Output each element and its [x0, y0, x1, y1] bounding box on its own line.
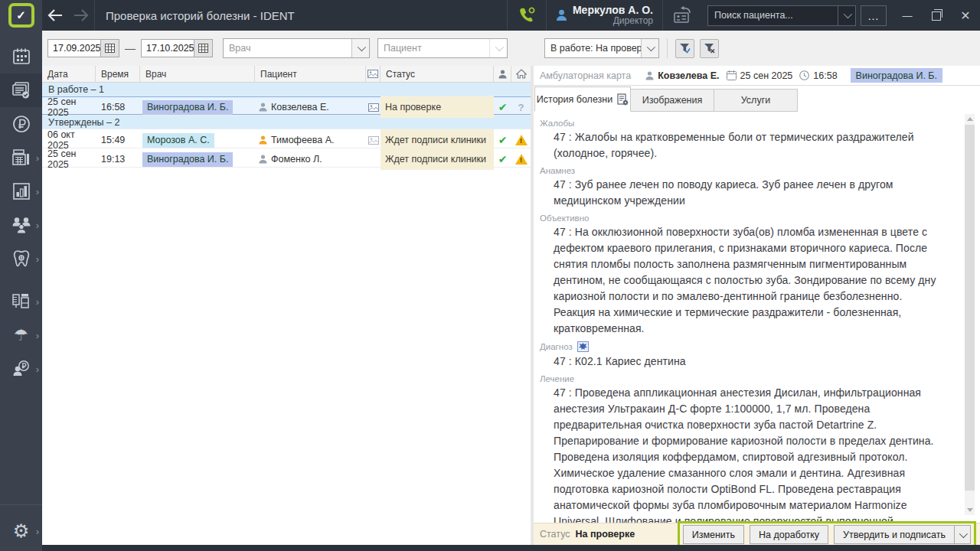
date-from-value[interactable]: 17.09.2025: [47, 39, 100, 57]
scroll-down-button[interactable]: [965, 505, 975, 515]
section-label: Объективно: [540, 214, 962, 223]
action-buttons-highlight: Изменить На доработку Утвердить и подпис…: [678, 521, 976, 548]
section-text: 47 : Проведена аппликационная анестезия …: [554, 385, 946, 523]
minimize-button[interactable]: —: [893, 0, 922, 31]
cell-status: Ждет подписи клиники: [381, 129, 494, 151]
close-button[interactable]: ✕: [951, 0, 980, 31]
scroll-up-button[interactable]: [965, 114, 975, 124]
back-button[interactable]: [42, 0, 68, 31]
phone-icon: [517, 5, 537, 25]
sidebar-item-schedule[interactable]: [0, 40, 42, 73]
tab-images[interactable]: Изображения: [630, 89, 714, 112]
detail-tabs: История болезни Изображения Услуги: [534, 86, 980, 112]
filter-clear-button[interactable]: [700, 39, 719, 58]
column-header-date[interactable]: Дата: [42, 66, 96, 82]
date-to-field[interactable]: 17.10.2025: [141, 39, 213, 57]
date-from-field[interactable]: 17.09.2025: [47, 39, 119, 57]
cell-date: 25 сен 2025: [42, 96, 96, 118]
cell-patient: Ковзелева Е.: [271, 102, 329, 112]
chevron-right-icon: ›: [36, 186, 39, 197]
filter-apply-button[interactable]: [675, 39, 694, 58]
column-header-time[interactable]: Время: [96, 66, 140, 82]
sidebar-item-salary[interactable]: ›: [0, 352, 42, 386]
warning-icon: !: [515, 154, 528, 165]
open-patient-card-button[interactable]: [663, 0, 703, 31]
section-text: 47 : Зуб ранее лечен по поводу кариеса. …: [554, 177, 946, 209]
tab-medical-history[interactable]: История болезни: [534, 86, 631, 112]
search-dropdown-button[interactable]: [838, 6, 855, 25]
user-icon: [556, 9, 567, 21]
table-row[interactable]: 06 окт 2025 15:49 Морозов А. С. Тимофеев…: [42, 129, 531, 148]
status-filter-combo[interactable]: В работе: На проверке,...: [544, 38, 659, 58]
column-header-patient[interactable]: Пациент: [255, 66, 366, 82]
cash-register-icon: [11, 148, 31, 168]
chevron-down-icon: [844, 10, 852, 18]
home-icon: [516, 69, 527, 79]
column-header-status[interactable]: Статус: [381, 66, 494, 82]
person-icon: [498, 70, 507, 79]
doctor-chip: Морозов А. С.: [142, 133, 214, 148]
sidebar-item-patients[interactable]: ›: [0, 208, 42, 242]
sidebar-item-materials[interactable]: ›: [0, 285, 42, 318]
restore-button[interactable]: [922, 0, 951, 31]
section-label: Диагноз: [540, 341, 962, 352]
divider: [667, 38, 668, 58]
chevron-down-icon: [647, 43, 655, 51]
column-header-doctor[interactable]: Врач: [140, 66, 255, 82]
sidebar-item-insurance[interactable]: ☂ ›: [0, 318, 42, 352]
person-icon: [259, 135, 267, 145]
patient-combo-dropdown-button[interactable]: [489, 39, 507, 57]
vertical-scrollbar[interactable]: [965, 114, 975, 551]
tab-services[interactable]: Услуги: [714, 89, 798, 112]
sidebar-item-payments[interactable]: [0, 107, 42, 141]
table-row[interactable]: 25 сен 2025 16:58 Виноградова И. Б. Ковз…: [42, 96, 531, 116]
date-to-calendar-button[interactable]: [194, 39, 213, 57]
sidebar-item-dental[interactable]: ›: [0, 242, 42, 276]
patient-search-input[interactable]: Поиск пациента...: [707, 5, 856, 26]
approve-sign-button[interactable]: Утвердить и подписать: [834, 525, 954, 544]
status-combo-dropdown-button[interactable]: [641, 39, 658, 57]
patient-filter-combo[interactable]: Пациент: [377, 38, 508, 58]
medical-history-content: Жалобы 47 : Жалобы на кратковременные бо…: [534, 112, 962, 523]
clock-icon: [799, 70, 809, 80]
divider: [94, 0, 95, 31]
more-options-button[interactable]: …: [861, 5, 887, 26]
column-header-images[interactable]: [366, 66, 381, 82]
doctor-filter-combo[interactable]: Врач: [223, 38, 370, 58]
forward-button[interactable]: [68, 0, 94, 31]
table-header: Дата Время Врач Пациент Статус: [42, 66, 531, 83]
calendar-grid-icon: [198, 44, 208, 53]
phone-calls-button[interactable]: [508, 0, 546, 31]
sidebar-item-settings[interactable]: ⚙ ›: [0, 511, 42, 551]
date-to-value[interactable]: 17.10.2025: [141, 39, 194, 57]
cell-time: 19:13: [96, 148, 140, 170]
cell-status: Ждет подписи клиники: [381, 148, 494, 170]
cell-patient: Фоменко Л.: [271, 154, 322, 165]
edit-button[interactable]: Изменить: [683, 525, 744, 544]
sidebar-item-reports[interactable]: ›: [0, 174, 42, 208]
date-from-calendar-button[interactable]: [100, 39, 119, 57]
triangle-down-icon: [967, 508, 973, 512]
approve-sign-dropdown-button[interactable]: [954, 525, 971, 544]
signed-check-icon: ✔: [498, 153, 508, 165]
detail-panel: Амбулаторная карта Ковзелева Е. 25 сен 2…: [534, 66, 980, 545]
clinic-question-icon: ?: [518, 102, 524, 113]
current-user-button[interactable]: Меркулов А. О. Директор: [547, 4, 662, 27]
back-arrow-icon: [49, 10, 62, 21]
cell-date: 06 окт 2025: [42, 129, 96, 151]
status-filter-value: В работе: На проверке,...: [545, 43, 641, 54]
column-header-clinic[interactable]: [511, 66, 531, 82]
rework-button[interactable]: На доработку: [750, 525, 828, 544]
chevron-right-icon: ›: [36, 220, 39, 231]
detail-patient-name: Ковзелева Е.: [658, 70, 719, 81]
gear-icon: ⚙: [13, 522, 30, 540]
group-row-in-progress[interactable]: В работе – 1: [42, 83, 531, 96]
sidebar-item-history-check[interactable]: [0, 73, 42, 107]
sidebar-item-cash-register[interactable]: ›: [0, 141, 42, 174]
table-row[interactable]: 25 сен 2025 19:13 Виноградова И. Б. Фоме…: [42, 148, 531, 168]
column-header-signed[interactable]: [494, 66, 511, 82]
image-icon: [368, 136, 379, 145]
scrollbar-thumb[interactable]: [965, 125, 975, 491]
doctor-combo-dropdown-button[interactable]: [351, 39, 369, 57]
divider: [0, 504, 42, 505]
